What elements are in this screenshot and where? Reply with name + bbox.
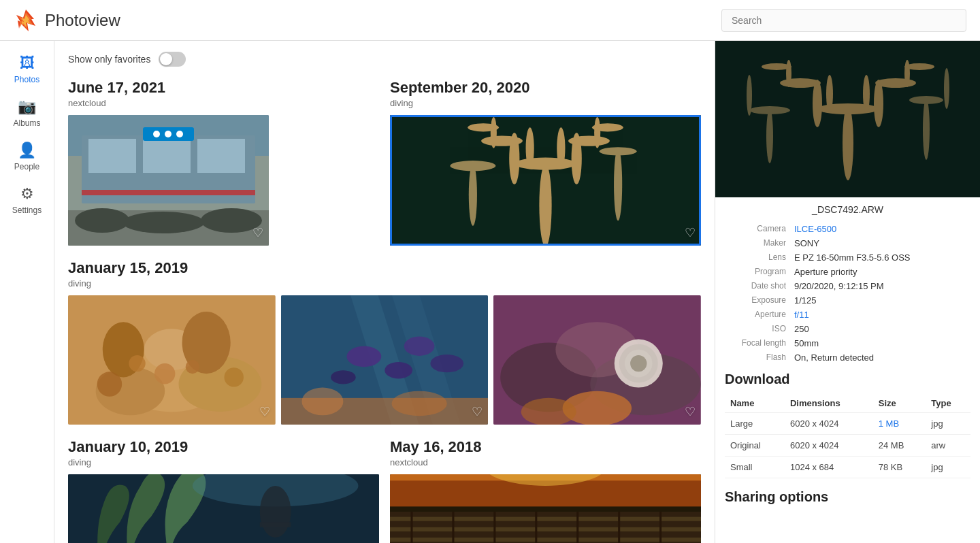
svg-point-31 <box>592 123 623 131</box>
sidebar-label-albums: Albums <box>13 118 40 128</box>
album-label-may2018: nextcloud <box>390 457 701 467</box>
sharing-title: Sharing options <box>725 489 970 505</box>
svg-point-30 <box>468 123 499 131</box>
program-label: Program <box>715 265 790 279</box>
download-name: Original <box>725 435 785 457</box>
svg-rect-91 <box>576 512 578 543</box>
search-input[interactable] <box>721 9 966 32</box>
photo-vineyard[interactable] <box>390 474 701 543</box>
svg-point-57 <box>385 362 412 378</box>
svg-rect-90 <box>535 512 537 543</box>
svg-rect-83 <box>390 527 701 531</box>
svg-rect-17 <box>82 190 255 195</box>
photo-kelp[interactable] <box>68 474 379 543</box>
svg-point-75 <box>260 486 291 538</box>
settings-icon: ⚙ <box>20 185 34 203</box>
favorites-toggle[interactable] <box>159 52 186 67</box>
maker-label: Maker <box>715 236 790 250</box>
col-size: Size <box>873 394 926 413</box>
date-heading-june2021: June 17, 2021 <box>68 79 379 97</box>
download-title: Download <box>725 372 970 387</box>
svg-point-47 <box>97 372 122 397</box>
table-row: Original6020 x 402424 MBarw <box>725 435 970 457</box>
sidebar-item-photos[interactable]: 🖼 Photos <box>0 48 54 91</box>
svg-rect-88 <box>452 512 454 543</box>
preview-container <box>715 41 980 197</box>
svg-point-27 <box>557 127 565 169</box>
heart-button-sea-creature[interactable]: ♡ <box>685 404 696 419</box>
exposure-value: 1/125 <box>790 293 980 308</box>
logo-icon <box>14 8 38 33</box>
download-size[interactable]: 1 MB <box>873 413 926 435</box>
sidebar-item-settings[interactable]: ⚙ Settings <box>0 178 54 222</box>
sea-creature-image <box>493 295 701 425</box>
coral-closeup-image <box>68 295 276 425</box>
download-name: Small <box>725 457 785 478</box>
logo-area: Photoview <box>14 8 120 33</box>
svg-point-45 <box>154 363 175 384</box>
section-jan10-2019: January 10, 2019 diving <box>68 438 379 543</box>
sidebar: 🖼 Photos 📷 Albums 👤 People ⚙ Settings <box>0 41 54 543</box>
svg-point-71 <box>521 398 576 425</box>
photo-sea-creature[interactable]: ♡ <box>493 295 701 425</box>
vineyard-image <box>390 474 701 543</box>
heart-button-sep2020[interactable]: ♡ <box>685 225 696 240</box>
svg-point-56 <box>346 346 381 367</box>
flash-label: Flash <box>715 350 790 365</box>
camera-value: ILCE-6500 <box>790 222 980 236</box>
svg-point-25 <box>568 135 610 146</box>
heart-button-coral[interactable]: ♡ <box>259 404 270 419</box>
download-size: 24 MB <box>873 435 926 457</box>
svg-rect-93 <box>659 512 662 543</box>
download-type: jpg <box>926 413 970 435</box>
favorites-label: Show only favorites <box>68 54 150 65</box>
svg-rect-92 <box>618 512 620 543</box>
album-label-jan10: diving <box>68 457 379 467</box>
col-dimensions: Dimensions <box>785 394 873 413</box>
svg-point-59 <box>331 370 356 384</box>
svg-rect-8 <box>197 139 245 173</box>
app-title: Photoview <box>45 11 120 30</box>
svg-point-16 <box>176 131 183 137</box>
people-icon: 👤 <box>18 142 36 159</box>
svg-point-60 <box>430 355 463 372</box>
date-shot-label: Date shot <box>715 279 790 293</box>
favorites-bar: Show only favorites <box>68 52 701 67</box>
svg-point-58 <box>404 336 434 355</box>
photo-fish[interactable]: ♡ <box>281 295 489 425</box>
header: Photoview <box>0 0 980 41</box>
download-section: Download Name Dimensions Size Type Large… <box>715 365 980 482</box>
aperture-label: Aperture <box>715 308 790 322</box>
filename: _DSC7492.ARW <box>715 197 980 222</box>
svg-point-28 <box>491 117 497 148</box>
table-row: Large6020 x 40241 MBjpg <box>725 413 970 435</box>
exposure-label: Exposure <box>715 293 790 308</box>
sidebar-item-people[interactable]: 👤 People <box>0 135 54 178</box>
photo-coral-closeup[interactable]: ♡ <box>68 295 276 425</box>
svg-rect-82 <box>390 517 701 521</box>
sidebar-item-albums[interactable]: 📷 Albums <box>0 91 54 135</box>
svg-point-14 <box>153 131 160 137</box>
download-name: Large <box>725 413 785 435</box>
photos-icon: 🖼 <box>20 54 35 72</box>
photo-coral-selected[interactable]: ♡ <box>390 115 701 246</box>
photo-nextcloud-group[interactable]: ♡ <box>68 115 269 246</box>
download-size: 78 KB <box>873 457 926 478</box>
svg-point-44 <box>129 355 145 372</box>
svg-point-32 <box>469 164 477 226</box>
svg-point-33 <box>450 161 495 171</box>
heart-button-fish[interactable]: ♡ <box>472 404 483 419</box>
focal-length-value: 50mm <box>790 336 980 350</box>
flash-value: On, Return detected <box>790 350 980 365</box>
album-label-june2021: nextcloud <box>68 98 379 108</box>
photo-grid-jan2019: ♡ <box>68 295 701 425</box>
svg-point-10 <box>75 208 129 233</box>
iso-label: ISO <box>715 322 790 336</box>
download-size-link[interactable]: 1 MB <box>879 418 899 429</box>
lens-value: E PZ 16-50mm F3.5-5.6 OSS <box>790 250 980 265</box>
album-label-sep2020: diving <box>390 98 701 108</box>
svg-point-20 <box>539 164 551 246</box>
svg-rect-87 <box>410 512 412 543</box>
heart-button-june2021[interactable]: ♡ <box>252 225 263 240</box>
date-shot-value: 9/20/2020, 9:12:15 PM <box>790 279 980 293</box>
